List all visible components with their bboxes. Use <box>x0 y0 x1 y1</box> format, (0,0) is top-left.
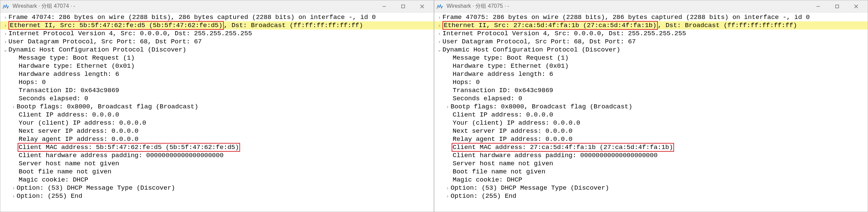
ethernet-src-highlight: Ethernet II, Src: 27:ca:5d:4f:fa:1b (27:… <box>442 21 658 30</box>
secs-row[interactable]: Seconds elapsed: 0 <box>0 94 434 103</box>
bootp-row[interactable]: ›Bootp flags: 0x8000, Broadcast flag (Br… <box>0 103 434 111</box>
client-ip-row[interactable]: Client IP address: 0.0.0.0 <box>434 111 868 119</box>
chevron-right-icon[interactable]: › <box>2 29 8 38</box>
udp-row[interactable]: ›User Datagram Protocol, Src Port: 68, D… <box>0 38 434 46</box>
chevron-right-icon[interactable]: › <box>2 13 8 21</box>
opt53-row[interactable]: ›Option: (53) DHCP Message Type (Discove… <box>434 184 868 192</box>
your-ip-row[interactable]: Your (client) IP address: 0.0.0.0 <box>434 119 868 127</box>
chevron-right-icon[interactable]: › <box>11 184 17 192</box>
ethernet-row[interactable]: ›Ethernet II, Src: 5b:5f:47:62:fe:d5 (5b… <box>0 21 434 29</box>
wireshark-window-right: Wireshark · 分组 47075 · - ›Frame 47075: 2… <box>434 0 868 212</box>
packet-details-tree[interactable]: ›Frame 47075: 286 bytes on wire (2288 bi… <box>434 13 868 212</box>
relay-ip-row[interactable]: Relay agent IP address: 0.0.0.0 <box>0 135 434 143</box>
boot-file-row[interactable]: Boot file name not given <box>434 168 868 176</box>
chevron-right-icon[interactable]: › <box>2 38 8 46</box>
hw-type-row[interactable]: Hardware type: Ethernet (0x01) <box>0 62 434 70</box>
ethernet-src-highlight: Ethernet II, Src: 5b:5f:47:62:fe:d5 (5b:… <box>8 21 224 30</box>
frame-row[interactable]: ›Frame 47075: 286 bytes on wire (2288 bi… <box>434 13 868 21</box>
hw-type-row[interactable]: Hardware type: Ethernet (0x01) <box>434 62 868 70</box>
window-title: Wireshark · 分组 47074 · - <box>13 3 375 10</box>
wireshark-app-icon <box>2 3 9 10</box>
your-ip-row[interactable]: Your (client) IP address: 0.0.0.0 <box>0 119 434 127</box>
secs-row[interactable]: Seconds elapsed: 0 <box>434 94 868 103</box>
close-button[interactable] <box>413 0 432 13</box>
hw-pad-row[interactable]: Client hardware address padding: 0000000… <box>0 151 434 160</box>
chevron-right-icon[interactable]: › <box>11 192 17 200</box>
wireshark-app-icon <box>436 3 443 10</box>
client-mac-highlight: Client MAC address: 27:ca:5d:4f:fa:1b (2… <box>452 143 674 152</box>
chevron-right-icon[interactable]: › <box>2 21 8 29</box>
svg-rect-1 <box>402 5 405 8</box>
maximize-button[interactable] <box>828 0 847 13</box>
chevron-right-icon[interactable]: › <box>436 21 442 29</box>
close-button[interactable] <box>847 0 866 13</box>
opt53-row[interactable]: ›Option: (53) DHCP Message Type (Discove… <box>0 184 434 192</box>
next-ip-row[interactable]: Next server IP address: 0.0.0.0 <box>434 127 868 135</box>
msg-type-row[interactable]: Message type: Boot Request (1) <box>434 54 868 62</box>
txid-row[interactable]: Transaction ID: 0x643c9869 <box>0 86 434 94</box>
txid-row[interactable]: Transaction ID: 0x643c9869 <box>434 86 868 94</box>
ethernet-row[interactable]: ›Ethernet II, Src: 27:ca:5d:4f:fa:1b (27… <box>434 21 868 29</box>
client-mac-row[interactable]: Client MAC address: 27:ca:5d:4f:fa:1b (2… <box>434 143 868 151</box>
server-host-row[interactable]: Server host name not given <box>0 160 434 168</box>
hw-len-row[interactable]: Hardware address length: 6 <box>434 70 868 78</box>
chevron-right-icon[interactable]: › <box>436 29 442 38</box>
window-title: Wireshark · 分组 47075 · - <box>447 3 809 10</box>
chevron-right-icon[interactable]: › <box>11 103 17 111</box>
magic-row[interactable]: Magic cookie: DHCP <box>434 176 868 184</box>
dhcp-row[interactable]: ⌄Dynamic Host Configuration Protocol (Di… <box>0 46 434 54</box>
titlebar[interactable]: Wireshark · 分组 47075 · - <box>434 0 868 13</box>
svg-rect-5 <box>836 5 839 8</box>
client-mac-highlight: Client MAC address: 5b:5f:47:62:fe:d5 (5… <box>18 143 240 152</box>
maximize-button[interactable] <box>394 0 413 13</box>
minimize-button[interactable] <box>809 0 828 13</box>
client-ip-row[interactable]: Client IP address: 0.0.0.0 <box>0 111 434 119</box>
chevron-right-icon[interactable]: › <box>445 192 451 200</box>
chevron-down-icon[interactable]: ⌄ <box>2 46 8 54</box>
window-controls <box>375 0 432 13</box>
chevron-right-icon[interactable]: › <box>436 38 442 46</box>
msg-type-row[interactable]: Message type: Boot Request (1) <box>0 54 434 62</box>
client-mac-row[interactable]: Client MAC address: 5b:5f:47:62:fe:d5 (5… <box>0 143 434 151</box>
chevron-down-icon[interactable]: ⌄ <box>436 46 442 54</box>
relay-ip-row[interactable]: Relay agent IP address: 0.0.0.0 <box>434 135 868 143</box>
udp-row[interactable]: ›User Datagram Protocol, Src Port: 68, D… <box>434 38 868 46</box>
minimize-button[interactable] <box>375 0 394 13</box>
ip-row[interactable]: ›Internet Protocol Version 4, Src: 0.0.0… <box>0 29 434 38</box>
boot-file-row[interactable]: Boot file name not given <box>0 168 434 176</box>
window-controls <box>809 0 866 13</box>
opt255-row[interactable]: ›Option: (255) End <box>0 192 434 200</box>
chevron-right-icon[interactable]: › <box>436 13 442 21</box>
frame-row[interactable]: ›Frame 47074: 286 bytes on wire (2288 bi… <box>0 13 434 21</box>
packet-details-tree[interactable]: ›Frame 47074: 286 bytes on wire (2288 bi… <box>0 13 434 212</box>
dhcp-row[interactable]: ⌄Dynamic Host Configuration Protocol (Di… <box>434 46 868 54</box>
next-ip-row[interactable]: Next server IP address: 0.0.0.0 <box>0 127 434 135</box>
opt255-row[interactable]: ›Option: (255) End <box>434 192 868 200</box>
hw-pad-row[interactable]: Client hardware address padding: 0000000… <box>434 151 868 160</box>
ip-row[interactable]: ›Internet Protocol Version 4, Src: 0.0.0… <box>434 29 868 38</box>
hops-row[interactable]: Hops: 0 <box>0 78 434 86</box>
wireshark-window-left: Wireshark · 分组 47074 · - ›Frame 47074: 2… <box>0 0 434 212</box>
magic-row[interactable]: Magic cookie: DHCP <box>0 176 434 184</box>
titlebar[interactable]: Wireshark · 分组 47074 · - <box>0 0 434 13</box>
hw-len-row[interactable]: Hardware address length: 6 <box>0 70 434 78</box>
hops-row[interactable]: Hops: 0 <box>434 78 868 86</box>
bootp-row[interactable]: ›Bootp flags: 0x8000, Broadcast flag (Br… <box>434 103 868 111</box>
chevron-right-icon[interactable]: › <box>445 184 451 192</box>
chevron-right-icon[interactable]: › <box>445 103 451 111</box>
server-host-row[interactable]: Server host name not given <box>434 160 868 168</box>
